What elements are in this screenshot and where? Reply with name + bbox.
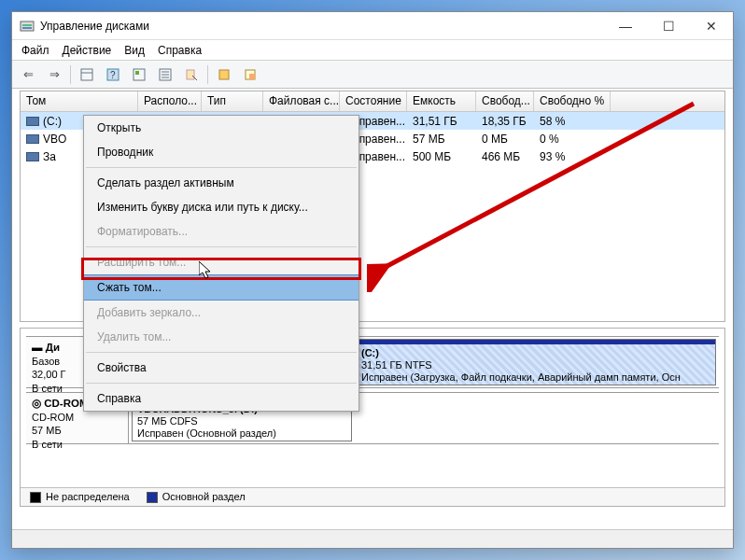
menu-item: Добавить зеркало... [84, 301, 358, 325]
volume-box-c[interactable]: (C:) 31,51 ГБ NTFS Исправен (Загрузка, Ф… [356, 339, 716, 385]
menu-item[interactable]: Открыть [84, 116, 358, 140]
column-header[interactable]: Емкость [407, 91, 476, 111]
tool-icon[interactable] [77, 64, 97, 85]
close-button[interactable]: ✕ [690, 12, 733, 40]
menu-item[interactable]: Сделать раздел активным [84, 171, 358, 195]
menu-file[interactable]: Файл [21, 44, 49, 57]
legend: Не распределена Основной раздел [21, 487, 724, 506]
column-header[interactable]: Том [21, 91, 138, 111]
column-header[interactable]: Располо... [138, 91, 202, 111]
app-icon [20, 19, 35, 34]
svg-rect-3 [81, 69, 92, 80]
menu-item[interactable]: Изменить букву диска или путь к диску... [84, 195, 358, 219]
svg-rect-13 [187, 70, 194, 79]
toolbar: ⇐ ⇒ ? [12, 61, 733, 89]
menu-view[interactable]: Вид [124, 44, 145, 57]
back-icon[interactable]: ⇐ [18, 64, 38, 85]
menu-item[interactable]: Свойства [84, 356, 358, 380]
refresh-icon[interactable] [129, 64, 149, 85]
maximize-button[interactable]: ☐ [647, 12, 690, 40]
svg-rect-8 [135, 71, 139, 75]
context-menu: ОткрытьПроводникСделать раздел активнымИ… [83, 115, 359, 412]
svg-rect-14 [219, 70, 229, 79]
action2-icon[interactable] [240, 64, 260, 85]
column-header[interactable]: Свобод... [476, 91, 534, 111]
column-header[interactable]: Файловая с... [263, 91, 340, 111]
action-icon[interactable] [214, 64, 234, 85]
svg-rect-1 [22, 24, 32, 26]
svg-rect-16 [249, 74, 255, 79]
svg-rect-2 [22, 27, 32, 29]
svg-text:?: ? [110, 70, 116, 80]
menu-item: Расширить том... [84, 250, 358, 274]
forward-icon[interactable]: ⇒ [44, 64, 64, 85]
menu-item[interactable]: Сжать том... [84, 274, 358, 301]
menu-action[interactable]: Действие [63, 44, 112, 57]
titlebar: Управление дисками — ☐ ✕ [12, 12, 733, 40]
menu-help[interactable]: Справка [158, 44, 202, 57]
status-bar [12, 529, 733, 548]
column-headers: ТомРасполо...ТипФайловая с...СостояниеЕм… [21, 91, 724, 112]
window-title: Управление дисками [40, 20, 604, 33]
menu-item: Удалить том... [84, 325, 358, 349]
column-header[interactable]: Тип [202, 91, 263, 111]
menu-bar: Файл Действие Вид Справка [12, 40, 733, 61]
list-icon[interactable] [155, 64, 176, 85]
column-header[interactable]: Свободно % [534, 91, 611, 111]
properties-icon[interactable] [181, 64, 202, 85]
minimize-button[interactable]: — [604, 12, 647, 40]
disk-management-window: Управление дисками — ☐ ✕ Файл Действие В… [11, 11, 734, 549]
menu-item[interactable]: Справка [84, 386, 358, 411]
menu-item: Форматировать... [84, 219, 358, 244]
menu-item[interactable]: Проводник [84, 140, 358, 164]
help-icon[interactable]: ? [103, 64, 123, 85]
column-header[interactable]: Состояние [340, 91, 407, 111]
